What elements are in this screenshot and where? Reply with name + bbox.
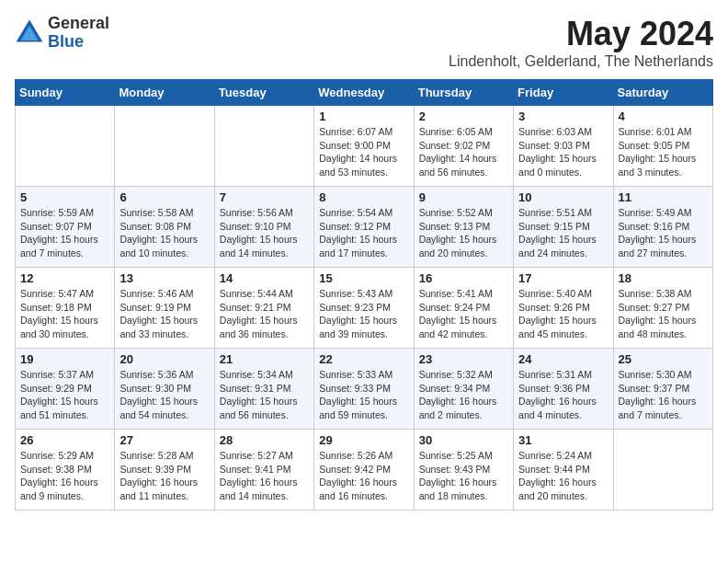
- calendar-cell: [115, 106, 214, 187]
- calendar-cell: 25Sunrise: 5:30 AM Sunset: 9:37 PM Dayli…: [613, 349, 712, 430]
- day-info: Sunrise: 5:54 AM Sunset: 9:12 PM Dayligh…: [319, 206, 408, 260]
- week-row-4: 19Sunrise: 5:37 AM Sunset: 9:29 PM Dayli…: [16, 349, 713, 430]
- weekday-header-thursday: Thursday: [414, 80, 513, 106]
- calendar-cell: 20Sunrise: 5:36 AM Sunset: 9:30 PM Dayli…: [115, 349, 214, 430]
- day-info: Sunrise: 5:59 AM Sunset: 9:07 PM Dayligh…: [20, 206, 109, 260]
- day-number: 23: [419, 352, 508, 366]
- day-info: Sunrise: 5:37 AM Sunset: 9:29 PM Dayligh…: [20, 368, 109, 422]
- calendar-cell: 26Sunrise: 5:29 AM Sunset: 9:38 PM Dayli…: [16, 430, 115, 511]
- day-number: 17: [518, 271, 608, 285]
- day-info: Sunrise: 5:27 AM Sunset: 9:41 PM Dayligh…: [220, 449, 309, 503]
- calendar-cell: 18Sunrise: 5:38 AM Sunset: 9:27 PM Dayli…: [613, 268, 712, 349]
- day-number: 19: [20, 352, 109, 366]
- day-number: 25: [619, 352, 708, 366]
- calendar-cell: 4Sunrise: 6:01 AM Sunset: 9:05 PM Daylig…: [613, 106, 712, 187]
- day-info: Sunrise: 5:52 AM Sunset: 9:13 PM Dayligh…: [419, 206, 508, 260]
- day-info: Sunrise: 5:24 AM Sunset: 9:44 PM Dayligh…: [518, 449, 608, 503]
- calendar-cell: 27Sunrise: 5:28 AM Sunset: 9:39 PM Dayli…: [115, 430, 214, 511]
- day-number: 31: [518, 433, 608, 447]
- calendar-cell: 22Sunrise: 5:33 AM Sunset: 9:33 PM Dayli…: [314, 349, 414, 430]
- weekday-header-friday: Friday: [514, 80, 613, 106]
- day-info: Sunrise: 6:03 AM Sunset: 9:03 PM Dayligh…: [518, 125, 608, 179]
- day-number: 4: [619, 109, 708, 123]
- day-info: Sunrise: 5:28 AM Sunset: 9:39 PM Dayligh…: [119, 449, 209, 503]
- day-info: Sunrise: 5:29 AM Sunset: 9:38 PM Dayligh…: [20, 449, 109, 503]
- calendar-cell: 17Sunrise: 5:40 AM Sunset: 9:26 PM Dayli…: [514, 268, 613, 349]
- calendar-cell: 1Sunrise: 6:07 AM Sunset: 9:00 PM Daylig…: [314, 106, 414, 187]
- day-number: 20: [119, 352, 209, 366]
- day-number: 5: [20, 190, 109, 204]
- day-number: 10: [518, 190, 608, 204]
- day-number: 28: [220, 433, 309, 447]
- day-number: 3: [518, 109, 608, 123]
- day-number: 14: [220, 271, 309, 285]
- weekday-header-row: SundayMondayTuesdayWednesdayThursdayFrid…: [16, 80, 713, 106]
- calendar-cell: 3Sunrise: 6:03 AM Sunset: 9:03 PM Daylig…: [514, 106, 613, 187]
- day-number: 11: [619, 190, 708, 204]
- logo-icon: [15, 18, 44, 48]
- calendar-cell: 31Sunrise: 5:24 AM Sunset: 9:44 PM Dayli…: [514, 430, 613, 511]
- day-info: Sunrise: 5:36 AM Sunset: 9:30 PM Dayligh…: [119, 368, 209, 422]
- week-row-3: 12Sunrise: 5:47 AM Sunset: 9:18 PM Dayli…: [16, 268, 713, 349]
- day-info: Sunrise: 5:26 AM Sunset: 9:42 PM Dayligh…: [319, 449, 408, 503]
- day-number: 12: [20, 271, 109, 285]
- calendar-cell: 12Sunrise: 5:47 AM Sunset: 9:18 PM Dayli…: [16, 268, 115, 349]
- calendar-cell: 19Sunrise: 5:37 AM Sunset: 9:29 PM Dayli…: [16, 349, 115, 430]
- logo-general: General: [48, 15, 109, 33]
- day-number: 21: [220, 352, 309, 366]
- calendar-cell: 7Sunrise: 5:56 AM Sunset: 9:10 PM Daylig…: [214, 187, 313, 268]
- calendar-cell: 14Sunrise: 5:44 AM Sunset: 9:21 PM Dayli…: [214, 268, 313, 349]
- day-number: 24: [518, 352, 608, 366]
- calendar-cell: [214, 106, 313, 187]
- day-number: 2: [419, 109, 508, 123]
- day-info: Sunrise: 5:56 AM Sunset: 9:10 PM Dayligh…: [220, 206, 309, 260]
- day-number: 1: [319, 109, 408, 123]
- day-info: Sunrise: 5:32 AM Sunset: 9:34 PM Dayligh…: [419, 368, 508, 422]
- day-info: Sunrise: 5:58 AM Sunset: 9:08 PM Dayligh…: [119, 206, 209, 260]
- calendar-cell: 21Sunrise: 5:34 AM Sunset: 9:31 PM Dayli…: [214, 349, 313, 430]
- weekday-header-sunday: Sunday: [16, 80, 115, 106]
- day-number: 22: [319, 352, 408, 366]
- day-info: Sunrise: 6:07 AM Sunset: 9:00 PM Dayligh…: [319, 125, 408, 179]
- calendar-cell: 6Sunrise: 5:58 AM Sunset: 9:08 PM Daylig…: [115, 187, 214, 268]
- calendar-cell: 2Sunrise: 6:05 AM Sunset: 9:02 PM Daylig…: [414, 106, 513, 187]
- weekday-header-wednesday: Wednesday: [314, 80, 414, 106]
- location-title: Lindenholt, Gelderland, The Netherlands: [449, 53, 713, 70]
- day-info: Sunrise: 5:44 AM Sunset: 9:21 PM Dayligh…: [220, 287, 309, 341]
- day-info: Sunrise: 5:46 AM Sunset: 9:19 PM Dayligh…: [119, 287, 209, 341]
- week-row-1: 1Sunrise: 6:07 AM Sunset: 9:00 PM Daylig…: [16, 106, 713, 187]
- calendar-cell: 23Sunrise: 5:32 AM Sunset: 9:34 PM Dayli…: [414, 349, 513, 430]
- weekday-header-monday: Monday: [115, 80, 214, 106]
- logo-blue: Blue: [48, 33, 109, 52]
- day-number: 9: [419, 190, 508, 204]
- week-row-5: 26Sunrise: 5:29 AM Sunset: 9:38 PM Dayli…: [16, 430, 713, 511]
- calendar-cell: 11Sunrise: 5:49 AM Sunset: 9:16 PM Dayli…: [613, 187, 712, 268]
- day-number: 18: [619, 271, 708, 285]
- day-info: Sunrise: 6:05 AM Sunset: 9:02 PM Dayligh…: [419, 125, 508, 179]
- logo-text: General Blue: [48, 15, 109, 52]
- day-info: Sunrise: 5:34 AM Sunset: 9:31 PM Dayligh…: [220, 368, 309, 422]
- day-number: 30: [419, 433, 508, 447]
- title-area: May 2024 Lindenholt, Gelderland, The Net…: [449, 15, 713, 70]
- calendar-cell: 15Sunrise: 5:43 AM Sunset: 9:23 PM Dayli…: [314, 268, 414, 349]
- day-info: Sunrise: 5:43 AM Sunset: 9:23 PM Dayligh…: [319, 287, 408, 341]
- weekday-header-tuesday: Tuesday: [214, 80, 313, 106]
- calendar-cell: 9Sunrise: 5:52 AM Sunset: 9:13 PM Daylig…: [414, 187, 513, 268]
- day-number: 16: [419, 271, 508, 285]
- day-info: Sunrise: 5:30 AM Sunset: 9:37 PM Dayligh…: [619, 368, 708, 422]
- calendar-cell: 28Sunrise: 5:27 AM Sunset: 9:41 PM Dayli…: [214, 430, 313, 511]
- calendar-cell: [613, 430, 712, 511]
- weekday-header-saturday: Saturday: [613, 80, 712, 106]
- calendar-cell: 13Sunrise: 5:46 AM Sunset: 9:19 PM Dayli…: [115, 268, 214, 349]
- calendar-cell: [16, 106, 115, 187]
- day-info: Sunrise: 5:33 AM Sunset: 9:33 PM Dayligh…: [319, 368, 408, 422]
- day-number: 13: [119, 271, 209, 285]
- day-info: Sunrise: 5:40 AM Sunset: 9:26 PM Dayligh…: [518, 287, 608, 341]
- day-info: Sunrise: 5:49 AM Sunset: 9:16 PM Dayligh…: [619, 206, 708, 260]
- week-row-2: 5Sunrise: 5:59 AM Sunset: 9:07 PM Daylig…: [16, 187, 713, 268]
- calendar-table: SundayMondayTuesdayWednesdayThursdayFrid…: [15, 79, 713, 511]
- calendar-cell: 24Sunrise: 5:31 AM Sunset: 9:36 PM Dayli…: [514, 349, 613, 430]
- day-info: Sunrise: 5:38 AM Sunset: 9:27 PM Dayligh…: [619, 287, 708, 341]
- day-number: 29: [319, 433, 408, 447]
- calendar-cell: 10Sunrise: 5:51 AM Sunset: 9:15 PM Dayli…: [514, 187, 613, 268]
